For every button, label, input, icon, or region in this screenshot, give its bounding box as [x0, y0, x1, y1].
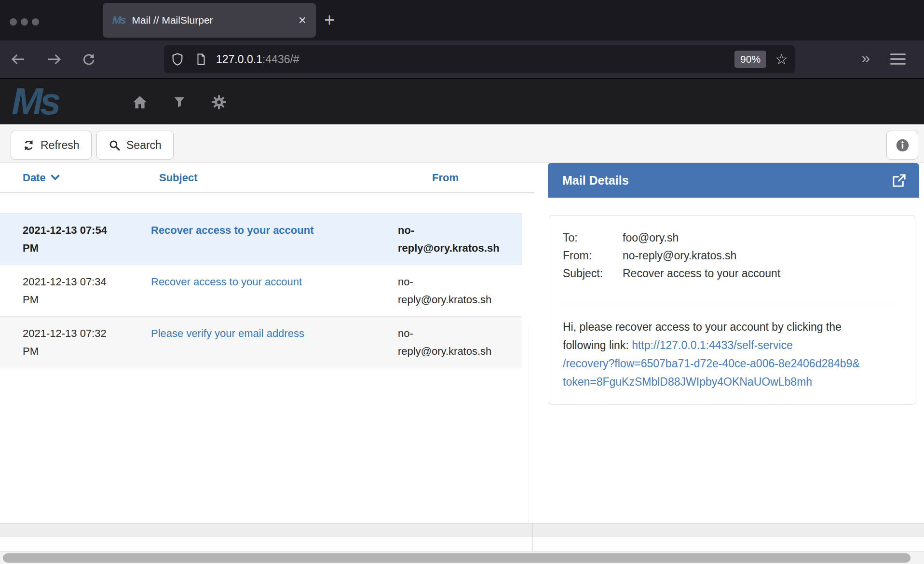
reload-button[interactable] — [78, 49, 99, 70]
refresh-icon — [23, 139, 35, 151]
browser-navbar: 127.0.0.1:4436/# 90% ☆ » — [0, 40, 924, 78]
mail-details-pane: Mail Details To: foo@ory.sh From: no-rep… — [534, 163, 924, 523]
window-controls[interactable] — [10, 18, 39, 26]
sort-desc-chevron-icon — [51, 175, 60, 181]
mail-date: 2021-12-13 07:32 PM — [0, 317, 121, 368]
window-control-dot[interactable] — [32, 18, 39, 26]
mail-row[interactable]: 2021-12-13 07:32 PM Please verify your e… — [0, 317, 522, 368]
subject-value: Recover access to your account — [623, 265, 901, 282]
app-menu-button[interactable] — [890, 54, 906, 65]
new-tab-button[interactable]: + — [324, 11, 335, 29]
browser-tab[interactable]: Ms Mail // MailSlurper × — [103, 3, 316, 38]
mailslurper-header: Ms — [0, 78, 924, 124]
from-label: From: — [563, 247, 623, 265]
forward-button[interactable] — [43, 49, 65, 70]
home-nav-button[interactable] — [131, 94, 149, 111]
to-label: To: — [563, 229, 623, 247]
mail-subject-link[interactable]: Recover access to your account — [151, 224, 313, 236]
browser-tab-bar: Ms Mail // MailSlurper × + — [0, 0, 924, 40]
column-header-subject[interactable]: Subject — [121, 172, 392, 184]
filter-funnel-icon — [173, 95, 186, 109]
tab-title: Mail // MailSlurper — [132, 14, 299, 26]
gear-icon — [211, 94, 227, 110]
url-path: :4436/# — [262, 53, 299, 66]
info-icon — [896, 138, 910, 152]
mail-subject-link[interactable]: Please verify your email address — [151, 327, 304, 339]
mail-from: no-reply@ory.kratos.sh — [392, 265, 522, 317]
url-bar[interactable]: 127.0.0.1:4436/# 90% ☆ — [164, 45, 795, 73]
forward-arrow-icon — [46, 52, 62, 67]
mail-list-pane: Date Subject From 2021-12-13 07:54 PM Re… — [0, 163, 534, 523]
mail-date: 2021-12-13 07:34 PM — [0, 265, 121, 317]
mail-list-table: 2021-12-13 07:54 PM Recover access to yo… — [0, 213, 522, 368]
info-button[interactable] — [886, 131, 918, 160]
content-bottom-strip — [0, 523, 924, 537]
refresh-button-label: Refresh — [41, 139, 80, 152]
mailslurper-logo: Ms — [12, 78, 58, 124]
mail-from: no-reply@ory.kratos.sh — [392, 214, 522, 265]
page-info-icon[interactable] — [195, 53, 207, 66]
column-header-from[interactable]: From — [392, 172, 522, 184]
horizontal-scrollbar-thumb[interactable] — [3, 553, 910, 563]
url-host: 127.0.0.1 — [216, 53, 262, 66]
mail-date: 2021-12-13 07:54 PM — [0, 214, 121, 265]
back-arrow-icon — [11, 52, 26, 67]
bookmark-star-icon[interactable]: ☆ — [775, 52, 788, 67]
mail-row-selected[interactable]: 2021-12-13 07:54 PM Recover access to yo… — [0, 214, 522, 265]
zoom-level-badge[interactable]: 90% — [734, 51, 766, 68]
mailslurper-page: { "browser": { "tab": { "favicon_text": … — [0, 0, 924, 564]
pane-divider-bottom — [532, 523, 533, 551]
url-text[interactable]: 127.0.0.1:4436/# — [216, 53, 734, 66]
home-icon — [132, 94, 148, 110]
to-value: foo@ory.sh — [623, 229, 901, 247]
mailslurper-favicon: Ms — [112, 14, 125, 27]
reload-icon — [81, 52, 96, 67]
window-control-dot[interactable] — [21, 18, 28, 26]
mail-details-header: Mail Details — [548, 163, 919, 198]
main-content: Date Subject From 2021-12-13 07:54 PM Re… — [0, 163, 924, 523]
search-button-label: Search — [126, 139, 162, 152]
settings-nav-button[interactable] — [210, 94, 228, 111]
horizontal-scrollbar-track[interactable] — [0, 551, 924, 564]
mail-row[interactable]: 2021-12-13 07:34 PM Recover access to yo… — [0, 265, 522, 317]
open-external-icon[interactable] — [892, 173, 907, 188]
search-icon — [109, 139, 121, 151]
mail-from: no-reply@ory.kratos.sh — [392, 317, 522, 368]
mail-details-title: Mail Details — [562, 174, 892, 188]
subject-label: Subject: — [563, 265, 623, 282]
details-divider — [563, 301, 901, 301]
mail-list-header: Date Subject From — [0, 163, 534, 193]
window-control-dot[interactable] — [10, 18, 17, 26]
app-toolbar: Refresh Search — [0, 124, 924, 163]
mail-details-card: To: foo@ory.sh From: no-reply@ory.kratos… — [549, 215, 915, 405]
overflow-menu-button[interactable]: » — [861, 49, 870, 67]
column-header-date[interactable]: Date — [0, 172, 121, 184]
tab-close-icon[interactable]: × — [299, 13, 306, 27]
page-bottom-strip — [0, 537, 924, 551]
search-button[interactable]: Search — [96, 131, 174, 160]
mail-subject-link[interactable]: Recover access to your account — [151, 276, 302, 288]
filter-nav-button[interactable] — [171, 94, 188, 111]
refresh-button[interactable]: Refresh — [11, 131, 92, 160]
shield-permissions-icon[interactable] — [171, 53, 184, 66]
date-header-label: Date — [23, 172, 46, 184]
back-button[interactable] — [8, 49, 29, 70]
from-value: no-reply@ory.kratos.sh — [623, 247, 901, 265]
mail-body: Hi, please recover access to your accoun… — [563, 318, 885, 391]
